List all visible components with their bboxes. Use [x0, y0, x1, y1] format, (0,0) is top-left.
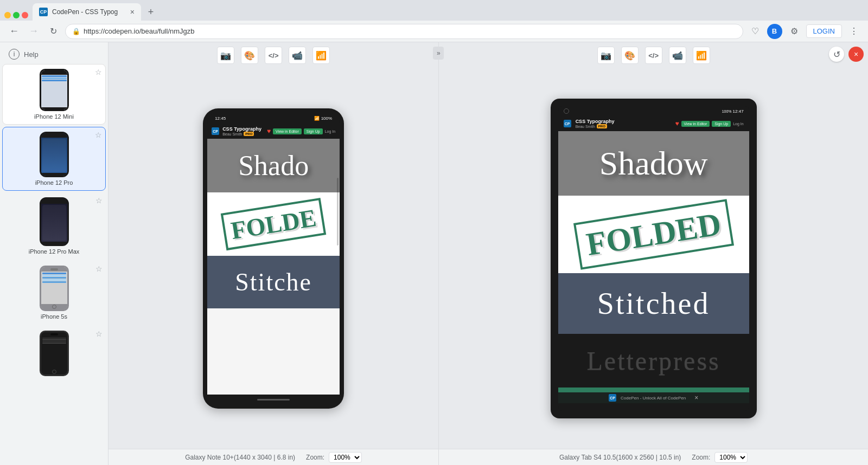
url-text: https://codepen.io/beau/full/nmJgzb	[84, 27, 195, 35]
tablet-bottom	[558, 403, 749, 411]
style-button[interactable]: 🎨	[241, 47, 258, 64]
heart-button[interactable]: ♥	[267, 127, 271, 135]
star-icon: ☆	[95, 68, 102, 76]
minimize-button[interactable]	[4, 12, 11, 18]
left-panel: 📷 🎨 </> 📹 📶 » 12:45	[108, 42, 439, 465]
signup-btn[interactable]: Sign Up	[304, 128, 323, 134]
demo-header: CP CSS Typography Beau Smith PRO ♥	[207, 124, 340, 139]
nav-bar: ← → ↻ 🔒 https://codepen.io/beau/full/nmJ…	[0, 21, 868, 42]
view-in-editor-btn[interactable]: View in Editor	[273, 128, 302, 134]
video-button-r[interactable]: 📹	[669, 47, 686, 64]
star-icon: ☆	[95, 131, 102, 139]
back-button[interactable]: ←	[7, 24, 22, 39]
phone-status-bar: 12:45 📶100%	[207, 113, 340, 124]
tab-title: CodePen - CSS Typog	[52, 8, 126, 16]
demo-site-title: CSS Typography	[222, 126, 261, 132]
refresh-button[interactable]: ↻	[46, 24, 61, 39]
star-icon: ☆	[95, 330, 103, 338]
info-icon: i	[9, 49, 20, 60]
right-status-bar: Galaxy Tab S4 10.5(1600 x 2560 | 10.5 in…	[439, 449, 868, 465]
right-zoom-label: Zoom:	[692, 454, 710, 461]
star-icon: ☆	[95, 196, 103, 205]
lock-icon: 🔒	[72, 28, 80, 35]
more-button[interactable]: ⋮	[846, 24, 861, 39]
codepen-footer: CP CodePen - Unlock All of CodePen ×	[558, 392, 749, 403]
sidebar-item-iphone12mini[interactable]: ☆ iPhone 12 Mini	[2, 64, 106, 125]
left-zoom-select[interactable]: 100% 75% 50%	[329, 452, 362, 463]
wifi-button-r[interactable]: 📶	[693, 47, 710, 64]
sidebar-item-iphone5s[interactable]: ☆ iPhone 5s	[2, 261, 106, 324]
bookmark-button[interactable]: ♡	[748, 24, 763, 39]
code-button-r[interactable]: </>	[645, 47, 662, 64]
url-bar[interactable]: 🔒 https://codepen.io/beau/full/nmJgzb	[65, 24, 743, 39]
login-text[interactable]: Log In	[325, 130, 335, 133]
codepen-footer-text: CodePen - Unlock All of CodePen	[621, 396, 686, 401]
browser-chrome: CP CodePen - CSS Typog × +	[0, 0, 868, 21]
refresh-panel-button[interactable]: ↺	[829, 47, 844, 62]
galaxy-note-frame: 12:45 📶100% CP CSS Typography	[203, 108, 344, 409]
maximize-button[interactable]	[13, 12, 20, 18]
sidebar-item-other[interactable]: ☆	[2, 326, 106, 380]
right-toolbar: 📷 🎨 </> 📹 📶	[439, 42, 868, 68]
tablet-folded-text: FOLDED	[573, 199, 734, 270]
shadow-section: Shado	[207, 139, 340, 192]
left-device-view: 12:45 📶100% CP CSS Typography	[108, 68, 438, 449]
stitched-text: Stitche	[235, 268, 312, 296]
wifi-button[interactable]: 📶	[312, 47, 330, 64]
tablet-stitched-section: Stitched	[558, 273, 749, 334]
tablet-status-bar: 100% 12:47	[558, 106, 749, 116]
tablet-site-title: CSS Typography	[576, 119, 615, 124]
right-device-view: 100% 12:47 CP CSS Typography	[439, 68, 868, 449]
left-status-bar: Galaxy Note 10+(1440 x 3040 | 6.8 in) Zo…	[108, 449, 438, 465]
iphone12promax-label: iPhone 12 Pro Max	[29, 248, 80, 255]
tablet-letterpress-section: Letterpress	[558, 334, 749, 388]
tablet-shadow-section: Shadow	[558, 131, 749, 196]
left-zoom-label: Zoom:	[306, 454, 324, 461]
demo-content: Shado FOLDE Stitche	[207, 139, 340, 308]
star-icon: ☆	[95, 264, 103, 273]
left-toolbar: 📷 🎨 </> 📹 📶	[108, 42, 438, 68]
help-label[interactable]: Help	[24, 50, 39, 59]
iphone5s-label: iPhone 5s	[41, 313, 67, 320]
tab-active[interactable]: CP CodePen - CSS Typog ×	[33, 3, 141, 21]
iphone12pro-label: iPhone 12 Pro	[35, 179, 73, 186]
iphone12mini-label: iPhone 12 Mini	[34, 113, 74, 120]
profile-button[interactable]: B	[767, 24, 782, 39]
other-device-image	[40, 331, 69, 376]
close-window-button[interactable]	[22, 12, 28, 18]
video-button[interactable]: 📹	[289, 47, 306, 64]
panels-wrapper: 📷 🎨 </> 📹 📶 » 12:45	[108, 42, 868, 465]
login-button[interactable]: LOGIN	[806, 24, 842, 38]
panels-row: 📷 🎨 </> 📹 📶 » 12:45	[108, 42, 868, 465]
code-button[interactable]: </>	[265, 47, 282, 64]
settings-button[interactable]: ⚙	[787, 24, 802, 39]
galaxy-note-screen: CP CSS Typography Beau Smith PRO ♥	[207, 124, 340, 395]
demo-author: Beau Smith	[222, 132, 242, 136]
folded-section: FOLDE	[207, 192, 340, 256]
help-section: i Help	[0, 47, 108, 62]
screenshot-button-r[interactable]: 📷	[597, 47, 615, 64]
screenshot-button[interactable]: 📷	[217, 47, 234, 64]
close-tab-button[interactable]: ×	[130, 8, 135, 16]
close-panel-button[interactable]: ×	[848, 47, 864, 62]
right-zoom-select[interactable]: 100% 75% 50%	[714, 452, 748, 463]
iphone5s-image	[40, 266, 69, 311]
iphone12mini-image	[40, 69, 69, 111]
tab-favicon: CP	[39, 8, 48, 16]
right-device-specs: Galaxy Tab S4 10.5(1600 x 2560 | 10.5 in…	[559, 454, 681, 461]
codepen-footer-close[interactable]: ×	[694, 394, 698, 402]
time-display: 12:45	[215, 116, 226, 121]
expand-right-button[interactable]: »	[433, 47, 444, 60]
folded-text: FOLDE	[221, 198, 327, 250]
tablet-demo-content: Shadow FOLDED Stitched	[558, 131, 749, 403]
stitched-section: Stitche	[207, 256, 340, 308]
sidebar-item-iphone12pro[interactable]: ☆ iPhone 12 Pro	[2, 127, 106, 191]
sidebar: i Help ☆ iPhone 12 Mini ☆	[0, 42, 108, 465]
pro-badge: PRO	[244, 132, 254, 136]
forward-button[interactable]: →	[26, 24, 41, 39]
tablet-stitched-text: Stitched	[597, 287, 710, 320]
right-panel: × ↺ 📷 🎨 </> 📹 📶	[439, 42, 868, 465]
sidebar-item-iphone12promax[interactable]: ☆ iPhone 12 Pro Max	[2, 193, 106, 259]
new-tab-button[interactable]: +	[143, 4, 158, 20]
style-button-r[interactable]: 🎨	[621, 47, 639, 64]
